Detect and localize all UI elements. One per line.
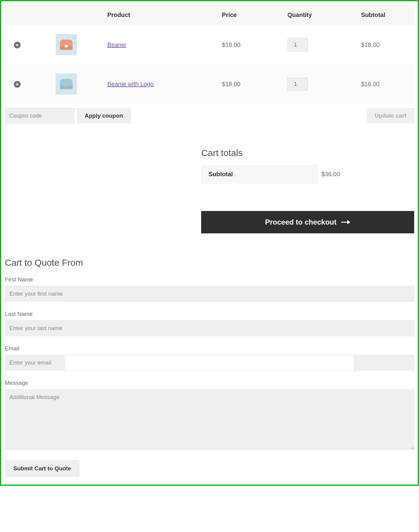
apply-coupon-button[interactable]: Apply coupon [77,108,131,124]
header-product: Product [103,5,218,25]
header-quantity: Quantity [283,5,357,25]
subtotal-label: Subtotal [201,165,318,184]
remove-item-button[interactable]: ✕ [14,42,21,48]
product-price: $18.00 [218,64,283,104]
beanie-icon [60,79,73,89]
cart-actions: Apply coupon Update cart [5,108,414,124]
last-name-label: Last Name [5,311,414,317]
last-name-input[interactable] [5,320,414,336]
beanie-icon [60,40,73,50]
product-link[interactable]: Beanie [107,41,126,48]
proceed-to-checkout-button[interactable]: Proceed to checkout [201,211,414,233]
cart-table: Product Price Quantity Subtotal ✕ Beanie… [5,5,414,104]
cart-row: ✕ Beanie $18.00 $18.00 [5,25,414,64]
submit-quote-button[interactable]: Submit Cart to Quote [5,460,80,477]
remove-item-button[interactable]: ✕ [14,81,21,88]
close-icon: ✕ [15,43,19,47]
header-price: Price [218,5,283,25]
product-thumbnail[interactable] [56,73,77,95]
product-thumbnail[interactable] [56,34,77,55]
checkout-button-label: Proceed to checkout [265,218,336,226]
cart-totals-title: Cart totals [201,148,414,158]
quantity-input[interactable] [287,77,308,91]
subtotal-value: $36.00 [321,171,340,178]
product-subtotal: $18.00 [357,64,414,104]
product-link[interactable]: Beanie with Logo [107,81,154,87]
quantity-input[interactable] [287,38,308,51]
first-name-label: First Name [5,276,414,283]
email-field-spacer [65,355,354,371]
email-input[interactable] [5,355,65,371]
quote-form-title: Cart to Quote From [5,258,414,268]
cart-row: ✕ Beanie with Logo $18.00 $18.00 [5,64,414,104]
message-textarea[interactable] [5,389,414,450]
email-field-addon [354,355,414,371]
update-cart-button[interactable]: Update cart [367,108,414,124]
product-price: $18.00 [218,25,283,64]
arrow-right-icon [341,220,350,224]
email-label: Email [5,345,414,352]
close-icon: ✕ [15,82,19,87]
coupon-input[interactable] [5,108,74,124]
first-name-input[interactable] [5,286,414,302]
product-subtotal: $18.00 [357,25,414,64]
cart-totals: Cart totals Subtotal $36.00 Proceed to c… [201,148,414,233]
header-subtotal: Subtotal [357,5,414,25]
message-label: Message [5,380,414,386]
